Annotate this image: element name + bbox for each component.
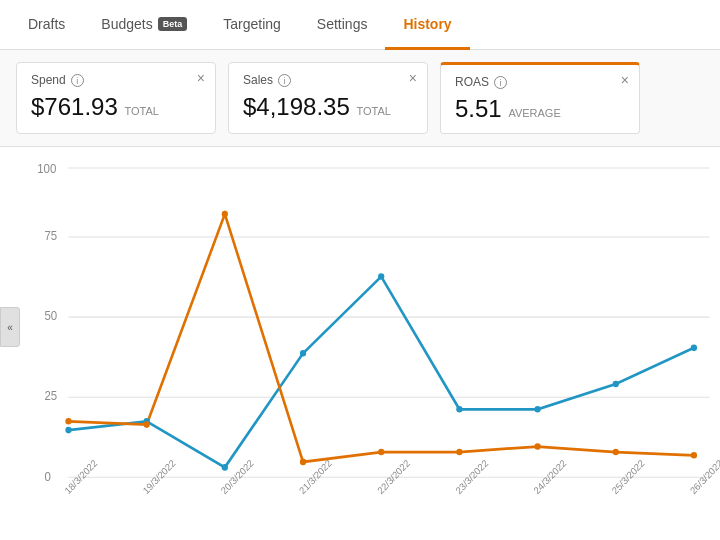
orange-line bbox=[68, 214, 693, 462]
chart-area: « 0 25 50 75 100 18/3/2022 19/3/2022 20/… bbox=[0, 147, 720, 507]
svg-text:75: 75 bbox=[45, 229, 58, 242]
svg-text:50: 50 bbox=[45, 309, 58, 322]
nav-item-targeting[interactable]: Targeting bbox=[205, 0, 299, 50]
metric-value-spend: $761.93 TOTAL bbox=[31, 93, 201, 121]
metric-label-spend: TOTAL bbox=[124, 105, 158, 117]
nav-bar: DraftsBudgetsBetaTargetingSettingsHistor… bbox=[0, 0, 720, 50]
svg-point-23 bbox=[378, 273, 384, 280]
svg-point-27 bbox=[691, 345, 697, 352]
beta-badge: Beta bbox=[158, 17, 188, 31]
svg-point-34 bbox=[534, 443, 540, 450]
svg-point-30 bbox=[222, 211, 228, 218]
svg-point-22 bbox=[300, 350, 306, 357]
metric-label-sales: TOTAL bbox=[356, 105, 390, 117]
blue-line bbox=[68, 277, 693, 468]
close-btn-sales[interactable]: × bbox=[409, 71, 417, 85]
svg-point-25 bbox=[534, 406, 540, 413]
svg-point-26 bbox=[613, 381, 619, 388]
svg-point-24 bbox=[456, 406, 462, 413]
close-btn-roas[interactable]: × bbox=[621, 73, 629, 87]
svg-point-33 bbox=[456, 449, 462, 456]
svg-text:100: 100 bbox=[37, 162, 57, 175]
metric-label-roas: AVERAGE bbox=[508, 107, 560, 119]
close-btn-spend[interactable]: × bbox=[197, 71, 205, 85]
metrics-row: Spend i $761.93 TOTAL × Sales i $4,198.3… bbox=[0, 50, 720, 147]
svg-point-29 bbox=[144, 421, 150, 428]
nav-item-history[interactable]: History bbox=[385, 0, 469, 50]
svg-point-21 bbox=[222, 464, 228, 471]
metric-card-sales: Sales i $4,198.35 TOTAL × bbox=[228, 62, 428, 134]
svg-point-31 bbox=[300, 459, 306, 466]
nav-item-drafts[interactable]: Drafts bbox=[10, 0, 83, 50]
svg-point-36 bbox=[691, 452, 697, 459]
metric-title-sales: Sales i bbox=[243, 73, 413, 87]
chart-container: 0 25 50 75 100 18/3/2022 19/3/2022 20/3/… bbox=[32, 157, 720, 497]
info-icon-roas[interactable]: i bbox=[494, 76, 507, 89]
metric-card-spend: Spend i $761.93 TOTAL × bbox=[16, 62, 216, 134]
metric-card-roas: ROAS i 5.51 AVERAGE × bbox=[440, 62, 640, 134]
info-icon-sales[interactable]: i bbox=[278, 74, 291, 87]
metric-value-roas: 5.51 AVERAGE bbox=[455, 95, 625, 123]
nav-item-budgets[interactable]: BudgetsBeta bbox=[83, 0, 205, 50]
svg-text:25: 25 bbox=[45, 389, 58, 402]
line-chart: 0 25 50 75 100 18/3/2022 19/3/2022 20/3/… bbox=[32, 157, 720, 497]
metric-title-roas: ROAS i bbox=[455, 75, 625, 89]
info-icon-spend[interactable]: i bbox=[71, 74, 84, 87]
collapse-button[interactable]: « bbox=[0, 307, 20, 347]
svg-point-32 bbox=[378, 449, 384, 456]
svg-text:0: 0 bbox=[45, 469, 52, 482]
metric-value-sales: $4,198.35 TOTAL bbox=[243, 93, 413, 121]
metric-title-spend: Spend i bbox=[31, 73, 201, 87]
svg-point-28 bbox=[65, 418, 71, 425]
svg-point-19 bbox=[65, 427, 71, 434]
nav-item-settings[interactable]: Settings bbox=[299, 0, 386, 50]
svg-point-35 bbox=[613, 449, 619, 456]
